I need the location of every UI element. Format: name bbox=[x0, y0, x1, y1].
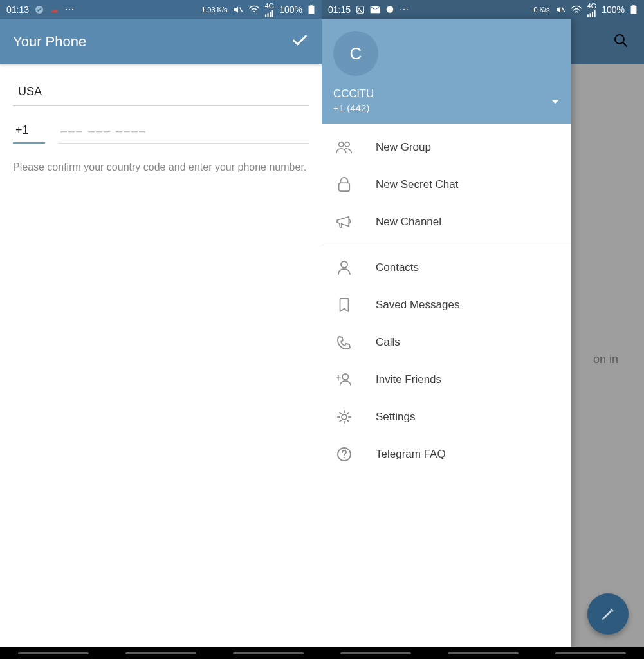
android-navbar bbox=[0, 647, 322, 659]
user-phone: +1 (442) bbox=[333, 102, 560, 113]
status-time: 01:15 bbox=[328, 5, 351, 15]
nav-home[interactable] bbox=[448, 652, 519, 654]
nav-recent[interactable] bbox=[18, 652, 89, 654]
nav-back[interactable] bbox=[233, 652, 304, 654]
menu-label: Calls bbox=[376, 336, 400, 349]
background-partial-text: on in bbox=[593, 353, 618, 366]
country-code-input[interactable]: +1 bbox=[13, 120, 45, 144]
svg-rect-3 bbox=[267, 13, 268, 17]
avatar[interactable]: C bbox=[333, 31, 378, 76]
svg-point-28 bbox=[344, 457, 345, 458]
new-message-fab[interactable] bbox=[587, 593, 629, 635]
nav-back[interactable] bbox=[555, 652, 626, 654]
svg-rect-16 bbox=[594, 10, 595, 17]
svg-point-25 bbox=[342, 374, 348, 380]
svg-line-1 bbox=[239, 8, 242, 12]
svg-point-9 bbox=[358, 8, 360, 9]
battery-text: 100% bbox=[602, 5, 625, 15]
svg-rect-13 bbox=[587, 14, 589, 17]
status-app-icon-1 bbox=[34, 5, 44, 15]
status-time: 01:13 bbox=[6, 5, 29, 15]
status-mail-icon bbox=[370, 6, 380, 14]
gear-icon bbox=[335, 409, 354, 425]
help-icon bbox=[335, 447, 354, 462]
menu-separator bbox=[322, 245, 571, 245]
android-navbar bbox=[322, 647, 644, 659]
status-chat-icon bbox=[385, 5, 394, 14]
menu-invite-friends[interactable]: Invite Friends bbox=[322, 361, 571, 398]
avatar-letter: C bbox=[350, 44, 362, 64]
menu-label: New Secret Chat bbox=[376, 178, 459, 191]
menu-contacts[interactable]: Contacts bbox=[322, 249, 571, 286]
phone-right-screen: 01:15 0 K/s 4G 100% on in bbox=[322, 0, 644, 659]
svg-rect-18 bbox=[631, 6, 637, 14]
nav-recent[interactable] bbox=[340, 652, 411, 654]
svg-point-24 bbox=[341, 261, 347, 268]
header: Your Phone bbox=[0, 19, 322, 64]
svg-line-20 bbox=[623, 42, 627, 46]
battery-text: 100% bbox=[279, 5, 302, 15]
status-more-icon bbox=[65, 5, 75, 15]
hint-text: Please confirm your country code and ent… bbox=[13, 160, 309, 174]
add-user-icon bbox=[335, 373, 354, 387]
status-speed: 1.93 K/s bbox=[201, 6, 227, 14]
menu-new-channel[interactable]: New Channel bbox=[322, 203, 571, 241]
status-bar: 01:15 0 K/s 4G 100% bbox=[322, 0, 644, 19]
svg-rect-5 bbox=[271, 10, 273, 17]
navigation-drawer: C CCCiTU +1 (442) New Group New Secret C… bbox=[322, 19, 571, 647]
user-name: CCCiTU bbox=[333, 88, 560, 100]
menu-label: Contacts bbox=[376, 261, 419, 274]
svg-rect-2 bbox=[265, 14, 266, 17]
wifi-icon bbox=[571, 5, 582, 14]
menu-saved-messages[interactable]: Saved Messages bbox=[322, 286, 571, 324]
svg-point-11 bbox=[387, 6, 394, 13]
bookmark-icon bbox=[335, 297, 354, 313]
menu-label: Invite Friends bbox=[376, 373, 441, 386]
login-form: USA +1 ––– ––– –––– Please confirm your … bbox=[0, 64, 322, 189]
menu-new-secret-chat[interactable]: New Secret Chat bbox=[322, 166, 571, 203]
confirm-button[interactable] bbox=[291, 32, 309, 52]
menu-label: New Group bbox=[376, 141, 431, 154]
battery-icon bbox=[630, 5, 638, 15]
signal-icon: 4G bbox=[587, 2, 597, 17]
lock-icon bbox=[335, 177, 354, 192]
drawer-header[interactable]: C CCCiTU +1 (442) bbox=[322, 19, 571, 124]
status-speed: 0 K/s bbox=[533, 6, 549, 14]
svg-rect-6 bbox=[310, 5, 313, 6]
menu-label: New Channel bbox=[376, 216, 441, 228]
page-title: Your Phone bbox=[13, 33, 86, 50]
person-icon bbox=[335, 260, 354, 275]
status-more-icon bbox=[400, 5, 409, 15]
svg-rect-14 bbox=[589, 13, 591, 17]
mute-icon bbox=[233, 5, 243, 15]
nav-home[interactable] bbox=[125, 652, 196, 654]
menu-label: Settings bbox=[376, 411, 415, 423]
phone-left-screen: 01:13 1.93 K/s 4G 100% bbox=[0, 0, 322, 659]
svg-rect-4 bbox=[270, 12, 271, 17]
chevron-down-icon[interactable] bbox=[551, 97, 560, 108]
menu-faq[interactable]: Telegram FAQ bbox=[322, 436, 571, 473]
wifi-icon bbox=[248, 5, 260, 14]
menu-label: Saved Messages bbox=[376, 299, 459, 311]
status-app-icon-2 bbox=[50, 5, 60, 15]
group-icon bbox=[335, 140, 354, 154]
search-icon[interactable] bbox=[613, 33, 629, 51]
country-selector[interactable]: USA bbox=[13, 79, 309, 106]
menu-label: Telegram FAQ bbox=[376, 448, 446, 461]
drawer-menu: New Group New Secret Chat New Channel Co… bbox=[322, 124, 571, 647]
svg-rect-17 bbox=[632, 5, 635, 6]
menu-calls[interactable]: Calls bbox=[322, 324, 571, 361]
megaphone-icon bbox=[335, 215, 354, 229]
svg-rect-15 bbox=[592, 12, 593, 17]
svg-line-12 bbox=[562, 8, 564, 12]
phone-number-input[interactable]: ––– ––– –––– bbox=[58, 120, 309, 144]
battery-icon bbox=[308, 5, 315, 15]
menu-settings[interactable]: Settings bbox=[322, 398, 571, 436]
svg-rect-23 bbox=[339, 183, 350, 191]
svg-rect-7 bbox=[309, 6, 315, 14]
phone-icon bbox=[335, 335, 354, 350]
status-gallery-icon bbox=[356, 5, 365, 14]
menu-new-group[interactable]: New Group bbox=[322, 129, 571, 166]
svg-point-26 bbox=[342, 414, 347, 420]
signal-icon: 4G bbox=[265, 2, 275, 17]
